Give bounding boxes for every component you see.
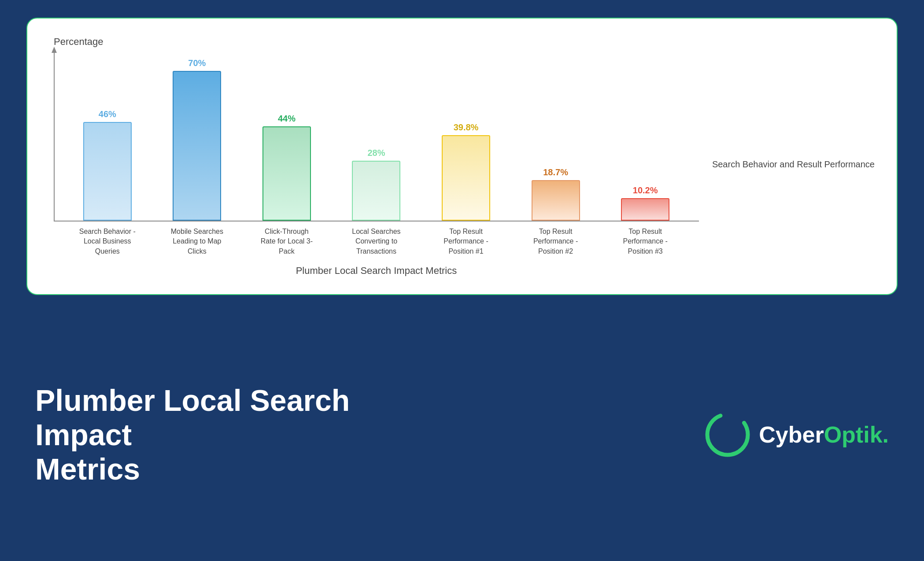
chart-container: Percentage 46%70%44%28%39.8%18.7%10.2% bbox=[26, 18, 898, 295]
bar-label-text-5: Top Result Performance - Position #1 bbox=[437, 227, 495, 256]
bar-label-text-1: Search Behavior - Local Business Queries bbox=[79, 227, 136, 256]
logo-area: CyberOptik. bbox=[703, 410, 889, 459]
bar-group-1: 46% bbox=[63, 52, 152, 221]
bar-label-text-6: Top Result Performance - Position #2 bbox=[527, 227, 584, 256]
bar-value-3: 44% bbox=[278, 114, 296, 124]
x-axis-line bbox=[54, 221, 699, 221]
bar-value-2: 70% bbox=[188, 58, 206, 68]
top-section: Percentage 46%70%44%28%39.8%18.7%10.2% bbox=[0, 0, 924, 308]
labels-row: Search Behavior - Local Business Queries… bbox=[54, 221, 699, 256]
bar-1 bbox=[83, 122, 132, 221]
bar-label-1: Search Behavior - Local Business Queries bbox=[63, 221, 152, 256]
bottom-title: Plumber Local Search Impact Metrics bbox=[35, 383, 432, 487]
bar-label-6: Top Result Performance - Position #2 bbox=[511, 221, 601, 256]
bottom-section: Plumber Local Search Impact Metrics Cybe… bbox=[0, 308, 924, 561]
bar-5 bbox=[442, 135, 490, 221]
bar-group-7: 10.2% bbox=[600, 52, 690, 221]
bar-label-5: Top Result Performance - Position #1 bbox=[421, 221, 511, 256]
bar-group-2: 70% bbox=[152, 52, 242, 221]
bar-label-text-7: Top Result Performance - Position #3 bbox=[617, 227, 674, 256]
bar-label-4: Local Searches Converting to Transaction… bbox=[332, 221, 421, 256]
bar-2 bbox=[173, 71, 221, 221]
x-axis-title: Plumber Local Search Impact Metrics bbox=[54, 265, 699, 277]
bar-group-4: 28% bbox=[332, 52, 421, 221]
y-axis-label: Percentage bbox=[54, 36, 875, 48]
bar-label-text-2: Mobile Searches Leading to Map Clicks bbox=[168, 227, 225, 256]
svg-point-0 bbox=[707, 414, 748, 455]
axes-area: 46%70%44%28%39.8%18.7%10.2% Search Behav… bbox=[54, 52, 699, 277]
bar-group-5: 39.8% bbox=[421, 52, 511, 221]
bar-7 bbox=[621, 198, 669, 221]
bar-label-text-3: Click-Through Rate for Local 3-Pack bbox=[258, 227, 315, 256]
bar-value-6: 18.7% bbox=[543, 167, 568, 177]
side-label-text: Search Behavior and Result Performance bbox=[712, 158, 875, 170]
bar-label-2: Mobile Searches Leading to Map Clicks bbox=[152, 221, 242, 256]
chart-body: 46%70%44%28%39.8%18.7%10.2% Search Behav… bbox=[54, 52, 875, 277]
bar-label-text-4: Local Searches Converting to Transaction… bbox=[347, 227, 405, 256]
bar-6 bbox=[532, 180, 580, 221]
bars-wrapper: 46%70%44%28%39.8%18.7%10.2% bbox=[54, 52, 699, 221]
side-label: Search Behavior and Result Performance bbox=[699, 52, 875, 277]
bar-group-3: 44% bbox=[242, 52, 332, 221]
bar-value-5: 39.8% bbox=[454, 122, 479, 133]
bar-group-6: 18.7% bbox=[511, 52, 601, 221]
bar-3 bbox=[262, 126, 311, 221]
bar-value-7: 10.2% bbox=[633, 185, 658, 196]
bar-value-4: 28% bbox=[367, 148, 385, 158]
bar-value-1: 46% bbox=[99, 109, 116, 119]
logo-text: CyberOptik. bbox=[759, 423, 889, 446]
logo-icon bbox=[703, 410, 752, 459]
bar-4 bbox=[352, 161, 400, 221]
bar-label-3: Click-Through Rate for Local 3-Pack bbox=[242, 221, 332, 256]
bar-label-7: Top Result Performance - Position #3 bbox=[600, 221, 690, 256]
